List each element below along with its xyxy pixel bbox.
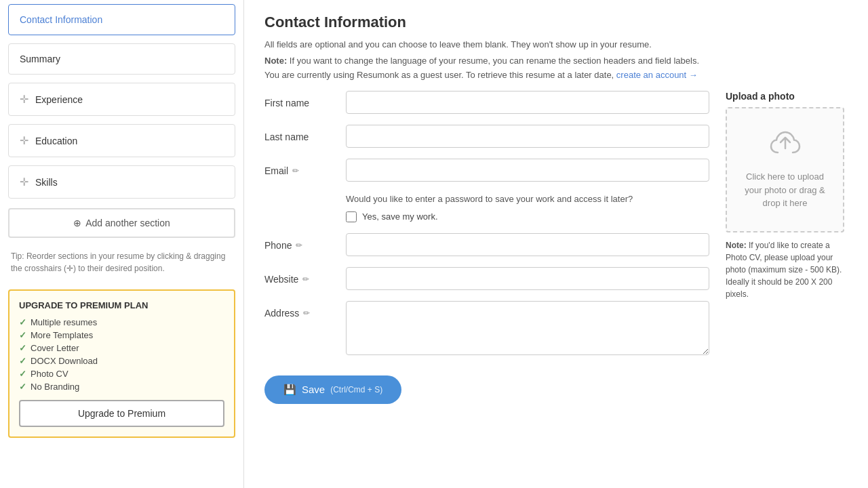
password-section: Would you like to enter a password to sa… xyxy=(346,192,709,222)
address-label: Address ✏ xyxy=(264,301,346,319)
save-work-label: Yes, save my work. xyxy=(362,211,438,222)
website-input[interactable] xyxy=(346,267,709,290)
password-prompt: Would you like to enter a password to sa… xyxy=(346,192,709,206)
save-button[interactable]: 💾 Save (Ctrl/Cmd + S) xyxy=(264,375,401,404)
upgrade-feature-1: Multiple resumes xyxy=(19,317,224,327)
create-account-link[interactable]: create an account → xyxy=(616,70,698,80)
upload-area: Upload a photo Click here to upload your… xyxy=(726,91,848,404)
upload-text: Click here to upload your photo or drag … xyxy=(738,170,832,210)
upload-cloud-icon xyxy=(768,129,802,162)
save-label: Save xyxy=(302,384,325,395)
upgrade-feature-2: More Templates xyxy=(19,330,224,340)
experience-drag-icon: ✛ xyxy=(20,93,28,106)
sidebar-item-summary-label: Summary xyxy=(20,54,60,64)
sidebar-item-experience-label: Experience xyxy=(35,94,83,105)
upgrade-feature-6: No Branding xyxy=(19,382,224,392)
tip-text: Tip: Reorder sections in your resume by … xyxy=(11,250,233,274)
email-edit-icon: ✏ xyxy=(292,166,299,176)
guest-text: You are currently using Resumonk as a gu… xyxy=(264,70,614,80)
skills-drag-icon: ✛ xyxy=(20,176,28,188)
note-text: Note: If you want to change the language… xyxy=(264,54,848,68)
content-row: First name Last name Email ✏ Would you l… xyxy=(264,91,848,404)
phone-edit-icon: ✏ xyxy=(296,241,302,250)
upgrade-feature-4: DOCX Download xyxy=(19,356,224,366)
sidebar-item-contact[interactable]: Contact Information xyxy=(8,4,235,35)
phone-row: Phone ✏ xyxy=(264,233,709,256)
first-name-input[interactable] xyxy=(346,91,709,114)
upgrade-features-list: Multiple resumes More Templates Cover Le… xyxy=(19,317,224,392)
upgrade-box: UPGRADE TO PREMIUM PLAN Multiple resumes… xyxy=(8,289,235,438)
description-text: All fields are optional and you can choo… xyxy=(264,38,848,52)
note-label: Note: xyxy=(264,56,287,66)
upgrade-feature-3: Cover Letter xyxy=(19,343,224,353)
last-name-label: Last name xyxy=(264,125,346,142)
first-name-row: First name xyxy=(264,91,709,114)
plus-icon: ⊕ xyxy=(73,218,81,228)
email-row: Email ✏ xyxy=(264,159,709,182)
form-area: First name Last name Email ✏ Would you l… xyxy=(264,91,709,404)
website-edit-icon: ✏ xyxy=(302,274,309,284)
upload-box[interactable]: Click here to upload your photo or drag … xyxy=(726,107,844,232)
note-content: If you want to change the language of yo… xyxy=(290,56,699,66)
save-bar: 💾 Save (Ctrl/Cmd + S) xyxy=(264,369,709,404)
add-section-button[interactable]: ⊕ Add another section xyxy=(8,208,235,238)
sidebar: Contact Information Summary ✛ Experience… xyxy=(0,0,244,488)
sidebar-item-contact-label: Contact Information xyxy=(20,14,102,25)
email-label: Email ✏ xyxy=(264,159,346,176)
upload-title: Upload a photo xyxy=(726,91,848,102)
sidebar-item-skills[interactable]: ✛ Skills xyxy=(8,165,235,199)
save-disk-icon: 💾 xyxy=(283,384,296,396)
address-input[interactable] xyxy=(346,301,709,355)
guest-banner: You are currently using Resumonk as a gu… xyxy=(264,70,848,80)
photo-note: Note: If you'd like to create a Photo CV… xyxy=(726,239,848,300)
add-section-label: Add another section xyxy=(85,218,170,228)
upgrade-feature-5: Photo CV xyxy=(19,369,224,379)
main-content: Contact Information All fields are optio… xyxy=(244,0,868,488)
sidebar-item-education[interactable]: ✛ Education xyxy=(8,124,235,157)
address-edit-icon: ✏ xyxy=(303,308,310,318)
upgrade-button[interactable]: Upgrade to Premium xyxy=(19,400,224,427)
save-work-checkbox-row: Yes, save my work. xyxy=(346,211,709,222)
website-label: Website ✏ xyxy=(264,267,346,285)
last-name-row: Last name xyxy=(264,125,709,148)
sidebar-item-education-label: Education xyxy=(35,136,77,146)
save-shortcut: (Ctrl/Cmd + S) xyxy=(330,385,382,394)
photo-note-label: Note: xyxy=(726,241,747,250)
phone-label: Phone ✏ xyxy=(264,233,346,251)
sidebar-item-summary[interactable]: Summary xyxy=(8,43,235,75)
first-name-label: First name xyxy=(264,91,346,108)
education-drag-icon: ✛ xyxy=(20,134,28,147)
website-row: Website ✏ xyxy=(264,267,709,290)
sidebar-item-experience[interactable]: ✛ Experience xyxy=(8,83,235,116)
phone-input[interactable] xyxy=(346,233,709,256)
address-row: Address ✏ xyxy=(264,301,709,355)
sidebar-item-skills-label: Skills xyxy=(35,177,58,188)
save-work-checkbox[interactable] xyxy=(346,211,357,222)
last-name-input[interactable] xyxy=(346,125,709,148)
email-input[interactable] xyxy=(346,159,709,182)
page-title: Contact Information xyxy=(264,14,848,31)
upgrade-title: UPGRADE TO PREMIUM PLAN xyxy=(19,300,224,310)
